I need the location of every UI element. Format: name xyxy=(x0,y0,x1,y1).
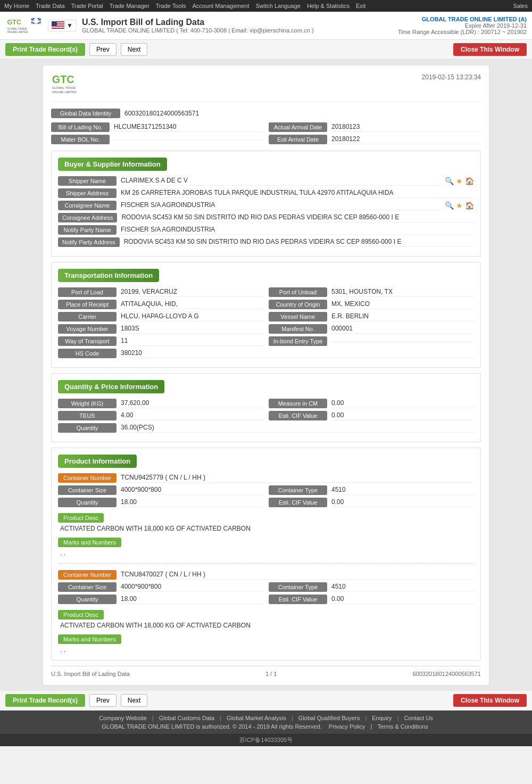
bol-no-col: Bill of Lading No. HLCUME3171251340 xyxy=(51,122,263,132)
container-1-size-label: Container Size xyxy=(58,485,117,495)
notify-party-address-label: Notify Party Address xyxy=(58,237,120,247)
container-2-cif-col: Esti. CIF Value 0.00 xyxy=(269,595,474,604)
consignee-star-icon[interactable]: ★ xyxy=(456,201,463,210)
nav-exit[interactable]: Exit xyxy=(356,3,365,9)
close-button-bottom[interactable]: Close This Window xyxy=(453,694,527,707)
container-1-number-label: Container Number xyxy=(58,473,117,483)
shipper-home-icon[interactable]: 🏠 xyxy=(465,177,474,185)
print-button-top[interactable]: Print Trade Record(s) xyxy=(5,43,85,56)
actual-arrival-date-value: 20180123 xyxy=(331,123,481,132)
doc-footer-title: U.S. Import Bill of Lading Data xyxy=(51,671,130,677)
container-1-size-value: 4000*900*800 xyxy=(121,486,263,495)
consignee-address-label: Consignee Address xyxy=(58,213,117,222)
receipt-origin-row: Place of Receipt ATITALAQUIA, HID, Count… xyxy=(58,300,474,309)
shipper-search-icon[interactable]: 🔍 xyxy=(445,177,454,185)
container-block-1: Container Number TCNU9425779 ( CN / L / … xyxy=(58,473,474,557)
bottom-toolbar: Print Trade Record(s) Prev Next Close Th… xyxy=(0,691,532,711)
consignee-search-icon[interactable]: 🔍 xyxy=(445,201,454,210)
nav-trade-manager[interactable]: Trade Manager xyxy=(110,3,149,9)
container-1-size-type-row: Container Size 4000*900*800 Container Ty… xyxy=(58,485,474,495)
time-range: Time Range Accessible (LDR) : 200712 ~ 2… xyxy=(398,29,527,35)
voyage-manifest-row: Voyage Number 1803S Manifest No. 000001 xyxy=(58,324,474,334)
container-2-number-label: Container Number xyxy=(58,570,117,580)
footer-link-global-market[interactable]: Global Market Analysis xyxy=(227,715,286,721)
footer-link-enquiry[interactable]: Enquiry xyxy=(372,715,392,721)
container-2-qty-value: 18.00 xyxy=(121,595,263,604)
container-2-number-row: Container Number TCNU8470027 ( CN / L / … xyxy=(58,570,474,580)
hs-code-value: 380210 xyxy=(121,349,474,358)
container-2-size-type-row: Container Size 4000*900*800 Container Ty… xyxy=(58,582,474,592)
container-1-type-col: Container Type 4510 xyxy=(269,485,474,495)
nav-switch-language[interactable]: Switch Language xyxy=(256,3,301,9)
nav-account-management[interactable]: Account Management xyxy=(193,3,250,9)
vessel-name-col: Vessel Name E.R. BERLIN xyxy=(269,312,474,321)
notify-party-name-row: Notify Party Name FISCHER S/A AGROINDUST… xyxy=(58,225,474,235)
print-button-bottom[interactable]: Print Trade Record(s) xyxy=(5,694,85,707)
esti-arrival-label: Esti Arrival Date xyxy=(269,135,327,144)
bol-no-label: Bill of Lading No. xyxy=(51,122,110,132)
carrier-label: Carrier xyxy=(58,312,117,321)
bol-no-value: HLCUME3171251340 xyxy=(114,123,263,132)
container-2-product-desc-area: Product Desc ACTIVATED CARBON WITH 18,00… xyxy=(58,607,474,629)
container-1-marks-area: Marks and Numbers . . xyxy=(58,534,474,557)
svg-rect-8 xyxy=(31,20,41,22)
quantity-price-section: Quantity & Price Information Weight (KG)… xyxy=(51,373,481,442)
logo-area: GTC GLOBAL TRADE ONLINE LIMITED xyxy=(5,15,43,36)
nav-trade-portal[interactable]: Trade Portal xyxy=(71,3,103,9)
consignee-name-row: Consignee Name FISCHER S/A AGROINDUSTRIA… xyxy=(58,201,474,210)
quantity-value: 36.00(PCS) xyxy=(121,424,474,433)
consignee-name-value: FISCHER S/A AGROINDUSTRIA xyxy=(121,201,442,210)
container-2-product-desc-value: ACTIVATED CARBON WITH 18,000 KG OF ACTIV… xyxy=(60,622,474,629)
shipper-icons: 🔍 ★ 🏠 xyxy=(445,177,474,185)
esti-arrival-col: Esti Arrival Date 20180122 xyxy=(269,135,481,144)
nav-trade-data[interactable]: Trade Data xyxy=(36,3,65,9)
company-logo: GTC GLOBAL TRADE ONLINE LIMITED xyxy=(5,15,43,36)
nav-trade-tools[interactable]: Trade Tools xyxy=(156,3,186,9)
footer-link-contact-us[interactable]: Contact Us xyxy=(404,715,433,721)
container-2-type-value: 4510 xyxy=(331,583,474,592)
teus-value: 4.00 xyxy=(121,411,263,420)
voyage-number-label: Voyage Number xyxy=(58,324,117,334)
svg-text:ONLINE LIMITED: ONLINE LIMITED xyxy=(7,31,28,34)
footer-terms-conditions[interactable]: Terms & Conditions xyxy=(377,723,428,730)
inbond-entry-label: In-bond Entry Type xyxy=(269,336,327,346)
document-timestamp: 2019-02-15 13:23:34 xyxy=(422,73,481,81)
shipper-star-icon[interactable]: ★ xyxy=(456,177,463,185)
close-button-top[interactable]: Close This Window xyxy=(453,43,527,56)
footer-privacy-policy[interactable]: Privacy Policy xyxy=(329,723,365,730)
document-header: GTC GLOBAL TRADE ONLINE LIMITED 2019-02-… xyxy=(51,73,481,102)
container-1-qty-value: 18.00 xyxy=(121,498,263,507)
quantity-row: Quantity 36.00(PCS) xyxy=(58,423,474,433)
nav-my-home[interactable]: My Home xyxy=(4,3,29,9)
prev-button-top[interactable]: Prev xyxy=(89,43,117,56)
footer-link-global-buyers[interactable]: Global Qualified Buyers xyxy=(298,715,360,721)
buyer-supplier-header: Buyer & Supplier Information xyxy=(58,158,167,171)
account-name: GLOBAL TRADE ONLINE LIMITED (A) xyxy=(398,16,527,22)
next-button-top[interactable]: Next xyxy=(121,43,148,56)
port-of-load-col: Port of Load 20199, VERACRUZ xyxy=(58,287,263,297)
nav-help-statistics[interactable]: Help & Statistics xyxy=(307,3,350,9)
header-bar: GTC GLOBAL TRADE ONLINE LIMITED ▼ U.S. I… xyxy=(0,12,532,40)
site-footer: Company Website | Global Customs Data | … xyxy=(0,711,532,734)
shipper-address-label: Shipper Address xyxy=(58,188,117,198)
footer-link-global-customs[interactable]: Global Customs Data xyxy=(159,715,215,721)
notify-party-name-value: FISCHER S/A AGROINDUSTRIA xyxy=(121,226,474,235)
footer-link-company-website[interactable]: Company Website xyxy=(99,715,147,721)
container-divider xyxy=(58,563,474,564)
weight-kg-col: Weight (KG) 37,620.00 xyxy=(58,399,263,408)
transport-inbond-row: Way of Transport 11 In-bond Entry Type xyxy=(58,336,474,346)
transportation-header: Transportation Information xyxy=(58,269,159,282)
container-1-marks-value: . . xyxy=(60,549,474,557)
manifest-no-value: 000001 xyxy=(331,325,474,334)
port-of-unload-value: 5301, HOUSTON, TX xyxy=(331,288,474,297)
prev-button-bottom[interactable]: Prev xyxy=(89,694,117,707)
mater-bol-label: Mater BOL No. xyxy=(51,135,110,144)
next-button-bottom[interactable]: Next xyxy=(121,694,148,707)
carrier-value: HLCU, HAPAG-LLOYD A G xyxy=(121,312,263,321)
main-content: GTC GLOBAL TRADE ONLINE LIMITED 2019-02-… xyxy=(0,60,532,691)
shipper-name-row: Shipper Name CLARIMEX S A DE C V 🔍 ★ 🏠 xyxy=(58,176,474,186)
quantity-price-header: Quantity & Price Information xyxy=(58,380,164,393)
svg-text:GTC: GTC xyxy=(7,19,22,26)
flag-selector[interactable]: ▼ xyxy=(48,20,77,31)
consignee-home-icon[interactable]: 🏠 xyxy=(465,201,474,210)
